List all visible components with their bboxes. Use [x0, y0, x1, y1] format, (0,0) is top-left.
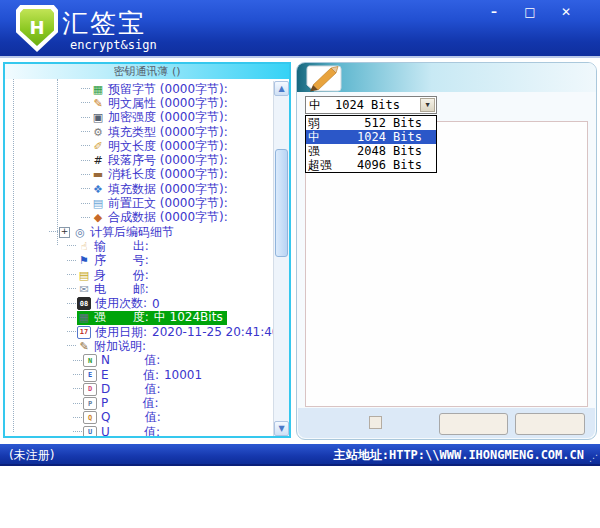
tree-connector: [73, 403, 82, 405]
tree-connector: [81, 160, 90, 162]
padding-type-icon: ⚙: [91, 126, 105, 139]
tree-connector: [73, 374, 82, 376]
tree-connector: [73, 360, 82, 362]
tree-connector: [67, 245, 76, 247]
key-addressbook-panel: 密钥通讯薄 () ▦预留字节 (0000字节):✎明文属性 (0000字节):▣…: [3, 62, 291, 438]
minimize-button[interactable]: –: [486, 5, 502, 19]
d-value-icon: D: [83, 383, 97, 396]
paragraph-number-icon: #: [91, 154, 105, 167]
close-button[interactable]: ✕: [558, 5, 574, 19]
tree-connector: [67, 274, 76, 276]
chevron-down-icon[interactable]: ▼: [420, 98, 435, 112]
u-value-icon: U: [83, 426, 97, 436]
scroll-up-icon[interactable]: ▲: [274, 81, 289, 96]
pencil-paper-icon: [304, 65, 346, 92]
strength-combobox[interactable]: 中 1024 Bits ▼: [305, 96, 437, 114]
key-tree: ▦预留字节 (0000字节):✎明文属性 (0000字节):▣加密强度 (000…: [5, 79, 289, 436]
tree-connector: [73, 431, 82, 433]
combo-grade-value: 中: [306, 97, 321, 114]
site-address: 主站地址:HTTP:\\WWW.IHONGMENG.COM.CN: [334, 447, 584, 464]
tree-connector: [67, 331, 76, 333]
app-window: H 汇签宝 encrypt&sign – □ ✕ 密钥通讯薄 () ▦预留字节 …: [0, 0, 600, 528]
tree-connector: [81, 188, 90, 190]
tree-connector: [81, 102, 90, 104]
option-size: 512 Bits: [364, 116, 436, 130]
dropdown-option-4096-bits[interactable]: 超强4096 Bits: [306, 158, 436, 172]
action-button-2[interactable]: [515, 413, 585, 435]
notes-icon: ✎: [77, 340, 91, 353]
dropdown-option-1024-bits[interactable]: 中1024 Bits: [306, 130, 436, 144]
tree-scrollbar[interactable]: ▲ ▼: [273, 81, 289, 436]
tree-connector: [81, 88, 90, 90]
expand-plus-icon[interactable]: +: [59, 227, 70, 238]
strength-dropdown-list: 弱512 Bits中1024 Bits强2048 Bits超强4096 Bits: [305, 115, 437, 173]
tree-connector: [81, 174, 90, 176]
logo-letter: H: [29, 17, 44, 38]
output-icon: ☝: [77, 240, 91, 253]
tree-connector: [67, 345, 76, 347]
app-subtitle: encrypt&sign: [70, 38, 157, 52]
small-checkbox[interactable]: [369, 416, 382, 429]
tree-connector: [67, 288, 76, 290]
identity-icon: ▤: [77, 269, 91, 282]
combo-size-value: 1024 Bits: [335, 98, 400, 112]
scrollbar-thumb[interactable]: [275, 149, 288, 257]
dropdown-option-512-bits[interactable]: 弱512 Bits: [306, 116, 436, 130]
tree-connector: [67, 303, 76, 305]
option-size: 2048 Bits: [357, 144, 436, 158]
n-value-icon: N: [83, 354, 97, 367]
tree-connector: [73, 388, 82, 390]
tree-connector: [81, 145, 90, 147]
detail-panel-header: [297, 63, 596, 92]
strength-icon: ▦: [77, 311, 91, 324]
tree-connector: [73, 417, 82, 419]
action-button-1[interactable]: [439, 413, 508, 435]
app-title: 汇签宝: [62, 6, 146, 41]
scroll-down-icon[interactable]: ▼: [274, 421, 289, 436]
use-count-icon: 08: [77, 297, 91, 310]
maximize-button[interactable]: □: [522, 5, 538, 19]
detail-bottom-bar: [298, 408, 595, 438]
key-detail-panel: 中 1024 Bits ▼ 弱512 Bits中1024 Bits强2048 B…: [296, 62, 597, 440]
option-size: 1024 Bits: [357, 130, 436, 144]
tree-connector: [81, 203, 90, 205]
use-date-value: 2020-11-25 20:41:40: [152, 325, 279, 339]
register-status: (未注册): [9, 447, 54, 464]
status-bar: (未注册) 主站地址:HTTP:\\WWW.IHONGMENG.COM.CN ⋰: [0, 444, 600, 466]
option-grade: 超强: [306, 157, 332, 174]
composed-data-icon: ◆: [91, 211, 105, 224]
tree-connector: [81, 131, 90, 133]
e-value-value: 10001: [164, 368, 202, 382]
resize-grip-icon[interactable]: ⋰: [589, 454, 598, 462]
p-value-icon: P: [83, 397, 97, 410]
title-bar: H 汇签宝 encrypt&sign – □ ✕: [0, 0, 600, 58]
serial-number-icon: ⚑: [77, 254, 91, 267]
q-value-icon: Q: [83, 411, 97, 424]
shield-logo-icon: H: [16, 5, 58, 52]
key-addressbook-header: 密钥通讯薄 (): [5, 64, 289, 79]
tree-connector: [67, 317, 76, 319]
reserved-bytes-icon: ▦: [91, 83, 105, 96]
tree-item-u-value[interactable]: UU 值:: [5, 425, 274, 436]
tree-connector: [81, 117, 90, 119]
plaintext-attr-icon: ✎: [91, 97, 105, 110]
encoding-details-icon: ◎: [73, 226, 87, 239]
main-content: 密钥通讯薄 () ▦预留字节 (0000字节):✎明文属性 (0000字节):▣…: [0, 58, 600, 444]
u-value-label: U 值:: [101, 424, 160, 436]
email-icon: ✉: [77, 283, 91, 296]
use-date-icon: 17: [77, 326, 91, 339]
consumed-length-icon: ▬: [91, 168, 105, 181]
option-size: 4096 Bits: [357, 158, 436, 172]
strength-value: 中 1024Bits: [154, 309, 223, 326]
preposed-text-icon: ▤: [91, 197, 105, 210]
e-value-icon: E: [83, 369, 97, 382]
encrypt-strength-icon: ▣: [91, 111, 105, 124]
padding-data-icon: ❖: [91, 183, 105, 196]
tree-connector: [67, 260, 76, 262]
tree-connector: [81, 217, 90, 219]
plaintext-length-icon: ✐: [91, 140, 105, 153]
tree-connector: [49, 231, 58, 233]
